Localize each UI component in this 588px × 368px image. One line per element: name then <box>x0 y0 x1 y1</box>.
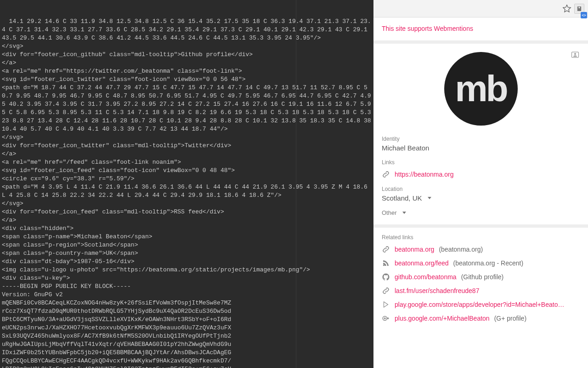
links-label: Links <box>382 159 580 166</box>
related-link-row: beatonma.org/feed (beatonma.org - Recent… <box>382 256 580 270</box>
profile-card: mb Identity Michael Beaton Links https:/… <box>373 44 588 225</box>
source-code-pane: 14.1 29.2 14.6 C 33 11.9 34.8 12.5 34.8 … <box>0 0 373 368</box>
related-link-row: beatonma.org (beatonma.org) <box>382 242 580 256</box>
gplus-icon <box>382 314 390 322</box>
link-icon <box>382 170 390 178</box>
related-link-row: plus.google.com/+MichaelBeaton (G+ profi… <box>382 311 580 325</box>
related-link-paren: (Github profile) <box>461 273 504 281</box>
svg-point-4 <box>383 264 384 266</box>
webmention-banner: This site supports Webmentions <box>373 17 588 41</box>
related-link[interactable]: plus.google.com/+MichaelBeaton <box>395 315 490 322</box>
avatar: mb <box>444 52 518 126</box>
github-icon <box>382 273 390 281</box>
identity-label: Identity <box>382 136 580 142</box>
code-text: 14.1 29.2 14.6 C 33 11.9 34.8 12.5 34.8 … <box>2 18 373 368</box>
banner-text: This site supports Webmentions <box>382 25 473 32</box>
location-dropdown[interactable]: Scotland, UK <box>382 194 580 202</box>
related-link-row: last.fm/user/schadenfreude87 <box>382 284 580 298</box>
link-icon <box>382 245 390 253</box>
star-icon[interactable] <box>562 4 571 13</box>
related-link-paren: (beatonma.org) <box>439 246 483 253</box>
contact-card-icon <box>571 50 580 59</box>
related-link-row: github.com/beatonma (Github profile) <box>382 270 580 284</box>
other-dropdown[interactable]: Other <box>382 209 580 216</box>
avatar-text: mb <box>455 68 507 110</box>
related-link-row: play.google.com/store/apps/developer?id=… <box>382 298 580 311</box>
identity-link[interactable]: https://beatonma.org <box>395 171 453 178</box>
identity-link-row: https://beatonma.org <box>382 167 580 181</box>
identity-value: Michael Beaton <box>382 144 580 152</box>
avatar-container: mb <box>382 50 580 131</box>
extension-panel: <> This site supports Webmentions mb Ide… <box>373 0 588 368</box>
related-link[interactable]: beatonma.org/feed <box>395 259 449 267</box>
feed-icon <box>382 259 390 267</box>
panel-scroll[interactable]: This site supports Webmentions mb Identi… <box>373 17 588 368</box>
column-guide <box>296 0 296 368</box>
location-label: Location <box>382 186 580 192</box>
related-link[interactable]: beatonma.org <box>395 246 434 253</box>
related-link-paren: (G+ profile) <box>494 315 526 322</box>
svg-point-3 <box>574 53 576 55</box>
related-link[interactable]: play.google.com/store/apps/developer?id=… <box>395 301 564 308</box>
play-icon <box>382 300 390 309</box>
related-link-paren: (beatonma.org - Recent) <box>453 259 524 267</box>
link-icon <box>382 287 390 295</box>
related-label: Related links <box>382 234 580 241</box>
related-link[interactable]: last.fm/user/schadenfreude87 <box>395 287 479 294</box>
browser-chrome-bar: <> <box>373 0 588 17</box>
svg-point-1 <box>578 6 580 8</box>
devtools-badge[interactable]: <> <box>581 12 587 18</box>
related-link[interactable]: github.com/beatonma <box>395 273 457 281</box>
related-links-card: Related links beatonma.org (beatonma.org… <box>373 228 588 325</box>
